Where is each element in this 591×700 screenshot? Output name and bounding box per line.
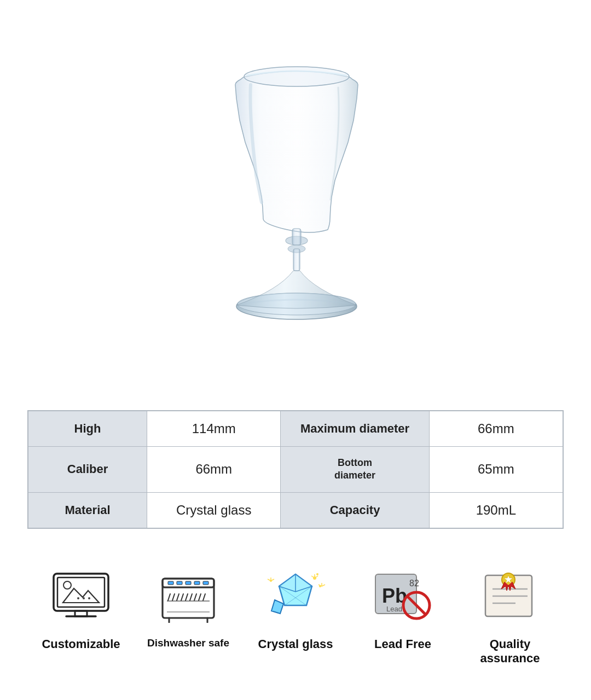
quality-assurance-icon-box bbox=[474, 567, 546, 627]
spec-label-material: Material bbox=[28, 492, 147, 528]
spec-value-material: Crystal glass bbox=[147, 492, 281, 528]
crystal-glass-icon-box bbox=[260, 567, 331, 627]
svg-point-15 bbox=[88, 597, 90, 599]
svg-rect-2 bbox=[292, 229, 301, 245]
svg-point-12 bbox=[63, 581, 71, 589]
dishwasher-safe-label: Dishwasher safe bbox=[147, 637, 229, 649]
customizable-icon-box bbox=[45, 567, 117, 627]
lead-free-icon-box: Pb 82 Lead bbox=[367, 567, 438, 627]
feature-dishwasher-safe: Dishwasher safe bbox=[139, 567, 237, 649]
spec-label-high: High bbox=[28, 411, 147, 447]
specs-table-wrapper: High 114mm Maximum diameter 66mm Caliber… bbox=[27, 410, 564, 529]
spec-row-2: Caliber 66mm Bottomdiameter 65mm bbox=[28, 447, 563, 493]
svg-point-14 bbox=[83, 597, 85, 599]
svg-point-36 bbox=[316, 573, 318, 575]
feature-crystal-glass: Crystal glass bbox=[246, 567, 345, 651]
spec-row-1: High 114mm Maximum diameter 66mm bbox=[28, 411, 563, 447]
spec-row-3: Material Crystal glass Capacity 190mL bbox=[28, 492, 563, 528]
product-image bbox=[192, 33, 399, 383]
lead-free-label: Lead Free bbox=[374, 637, 431, 651]
spec-value-max-diameter: 66mm bbox=[429, 411, 563, 447]
crystal-glass-label: Crystal glass bbox=[258, 637, 333, 651]
features-row: Customizable bbox=[27, 567, 564, 666]
spec-label-caliber: Caliber bbox=[28, 447, 147, 493]
spec-value-bottom-diameter: 65mm bbox=[429, 447, 563, 493]
feature-customizable: Customizable bbox=[32, 567, 130, 651]
dishwasher-safe-icon-box bbox=[153, 567, 224, 627]
svg-rect-21 bbox=[194, 581, 200, 585]
spec-label-bottom-diameter: Bottomdiameter bbox=[281, 447, 429, 493]
svg-line-42 bbox=[322, 585, 325, 586]
svg-rect-18 bbox=[168, 581, 173, 585]
customizable-label: Customizable bbox=[42, 637, 120, 651]
spec-value-caliber: 66mm bbox=[147, 447, 281, 493]
quality-assurance-label: Quality assurance bbox=[461, 637, 559, 666]
svg-rect-20 bbox=[186, 581, 191, 585]
svg-rect-19 bbox=[177, 581, 182, 585]
svg-rect-4 bbox=[293, 249, 300, 271]
svg-text:82: 82 bbox=[409, 579, 419, 588]
feature-lead-free: Pb 82 Lead Lead Free bbox=[354, 567, 452, 651]
svg-marker-33 bbox=[271, 600, 283, 614]
spec-label-capacity: Capacity bbox=[281, 492, 429, 528]
svg-rect-22 bbox=[203, 581, 208, 585]
spec-label-max-diameter: Maximum diameter bbox=[281, 411, 429, 447]
feature-quality-assurance: Quality assurance bbox=[461, 567, 559, 666]
product-image-area bbox=[0, 0, 591, 405]
svg-marker-11 bbox=[63, 588, 99, 603]
svg-point-0 bbox=[244, 67, 349, 86]
spec-value-capacity: 190mL bbox=[429, 492, 563, 528]
specs-table: High 114mm Maximum diameter 66mm Caliber… bbox=[28, 411, 563, 528]
svg-point-13 bbox=[77, 597, 79, 599]
svg-rect-7 bbox=[54, 574, 108, 611]
spec-value-high: 114mm bbox=[147, 411, 281, 447]
svg-text:Lead: Lead bbox=[386, 605, 402, 613]
